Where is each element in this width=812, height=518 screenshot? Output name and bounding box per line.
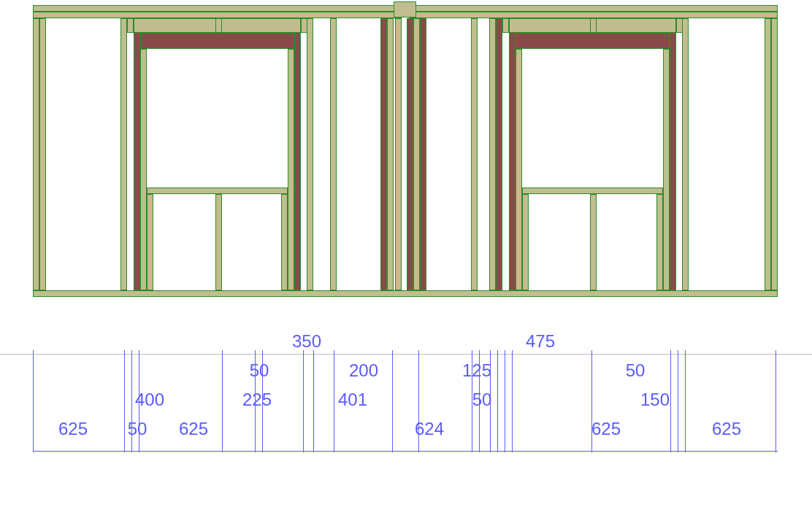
- right-end-stud-b: [771, 18, 778, 290]
- win1-jack-r: [288, 49, 294, 290]
- win1-jack-l: [140, 49, 147, 290]
- dim-475: 475: [526, 331, 555, 352]
- stub-mid-r: [502, 18, 509, 33]
- ground-line: [0, 354, 812, 355]
- win2-cripple-a: [522, 194, 529, 290]
- dim-line-bottom: [33, 451, 778, 452]
- tick: [334, 350, 334, 452]
- win1-king-l: [134, 18, 140, 290]
- dim-150: 150: [640, 390, 670, 410]
- stud-mid-l: [330, 18, 337, 290]
- win1-cripple-b: [215, 194, 222, 290]
- stud-mid-r-c: [496, 18, 502, 290]
- top-plate-1b: [409, 5, 778, 12]
- tick: [222, 350, 223, 452]
- win1-header: [140, 33, 294, 49]
- tick: [505, 350, 505, 452]
- win2-cripple-c: [656, 194, 663, 290]
- left-end-stud-a: [33, 18, 39, 290]
- tick: [313, 350, 314, 452]
- stub-l: [127, 18, 134, 33]
- tick: [497, 350, 498, 452]
- win1-sill: [147, 188, 288, 194]
- win2-cripple-b: [590, 194, 597, 290]
- center-stud-6: [420, 18, 426, 290]
- center-stud-4: [407, 18, 413, 290]
- left-end-stud-b: [39, 18, 46, 290]
- win2-header: [516, 33, 670, 49]
- dim-400: 400: [135, 390, 164, 410]
- tick: [303, 350, 304, 452]
- win2-jack-l: [516, 49, 522, 290]
- win1-cripple-c: [281, 194, 288, 290]
- win2-king-l: [509, 18, 516, 290]
- top-plate-1: [33, 5, 402, 12]
- tick: [512, 350, 513, 452]
- dim-125: 125: [462, 360, 491, 381]
- dim-350: 350: [292, 331, 321, 352]
- stud-625-r: [682, 18, 689, 290]
- dim-625b: 625: [179, 419, 208, 439]
- dim-625d: 625: [712, 419, 741, 439]
- win2-sill: [522, 188, 663, 194]
- win1-top-crip-a: [215, 18, 222, 33]
- tick: [678, 350, 678, 452]
- dim-625a: 625: [58, 419, 88, 439]
- dim-50a: 50: [250, 360, 269, 381]
- tick: [670, 350, 671, 452]
- tick: [33, 350, 34, 452]
- center-stud-5: [413, 18, 420, 290]
- bottom-plate: [33, 290, 778, 297]
- dim-50b: 50: [626, 360, 646, 381]
- dim-50: 50: [128, 419, 148, 439]
- tick: [392, 350, 393, 452]
- tick: [685, 350, 686, 452]
- top-plate-2b: [409, 12, 778, 18]
- dim-50x: 50: [472, 390, 492, 410]
- stub-mid-l: [307, 18, 313, 290]
- dim-225: 225: [242, 390, 272, 410]
- dim-624: 624: [415, 419, 444, 439]
- win1-king-r: [294, 18, 301, 290]
- tick: [124, 350, 125, 452]
- tick: [775, 350, 776, 452]
- dim-401: 401: [338, 390, 367, 410]
- win1-cripple-a: [147, 194, 153, 290]
- framing-diagram: 350 475 50 200 125 50 400 225 401 50 150…: [0, 0, 812, 518]
- center-gap-block-top: [394, 1, 416, 18]
- center-stud-1: [380, 18, 387, 290]
- win2-top-crip: [590, 18, 597, 33]
- stud-625-l: [120, 18, 127, 290]
- dim-625c: 625: [591, 419, 621, 439]
- stud-mid-r-b: [489, 18, 496, 290]
- stud-mid-r-a: [471, 18, 478, 290]
- center-stud-2: [387, 18, 394, 290]
- right-end-stud-a: [765, 18, 771, 290]
- win2-king-r: [670, 18, 676, 290]
- top-plate-2: [33, 12, 402, 18]
- win2-jack-r: [663, 49, 670, 290]
- dim-200: 200: [349, 360, 378, 381]
- center-stud-3: [395, 18, 402, 290]
